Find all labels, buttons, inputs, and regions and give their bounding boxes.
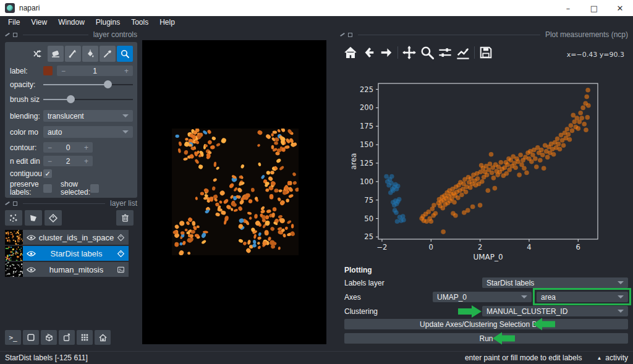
segmentation-image[interactable]	[172, 129, 299, 255]
layer-row-human-mitosis[interactable]: human_mitosis	[5, 262, 129, 277]
color-mode-dropdown[interactable]: auto	[43, 126, 133, 138]
svg-text:6: 6	[576, 243, 580, 252]
shuffle-colors-button[interactable]	[30, 46, 46, 62]
label-spinbox[interactable]: − 1 +	[57, 66, 133, 76]
home-icon	[344, 46, 357, 59]
viewer-canvas-area[interactable]	[142, 28, 334, 351]
blending-dropdown[interactable]: translucent	[43, 110, 133, 122]
show-selected-checkbox[interactable]	[90, 184, 99, 193]
contour-value: 0	[66, 143, 70, 152]
brush-size-label: brush siz	[10, 95, 43, 104]
menu-bar: File View Window Plugins Tools Help	[0, 16, 633, 28]
scatter-plot[interactable]: −20246255075100125150175200225UMAP_0area	[346, 71, 624, 275]
eye-visible-icon[interactable]	[27, 250, 36, 257]
home-reset-view-button[interactable]	[95, 330, 111, 345]
maximize-button[interactable]: □	[581, 0, 607, 16]
contour-spinbox[interactable]: − 0 +	[43, 142, 93, 153]
menu-plugins[interactable]: Plugins	[90, 18, 125, 27]
hide-dock-icon[interactable]	[348, 33, 352, 37]
minimize-button[interactable]: –	[555, 0, 581, 16]
paint-tool-button[interactable]	[65, 46, 81, 62]
clustering-value: MANUAL_CLUSTER_ID	[486, 307, 567, 316]
spin-minus-icon[interactable]: −	[61, 67, 66, 75]
mpl-save-button[interactable]	[478, 44, 494, 61]
mpl-forward-button[interactable]	[378, 44, 394, 61]
menu-help[interactable]: Help	[154, 18, 181, 27]
clustering-dropdown[interactable]: MANUAL_CLUSTER_ID	[482, 306, 628, 316]
grid-view-button[interactable]	[77, 330, 93, 345]
labels-layer-dropdown[interactable]: StarDist labels	[482, 277, 628, 288]
layer-name: cluster_ids_in_space	[36, 233, 117, 242]
close-button[interactable]: ✕	[607, 0, 633, 16]
new-labels-layer-button[interactable]	[45, 210, 62, 226]
layer-row-stardist-labels[interactable]: StarDist labels	[5, 246, 129, 261]
eye-visible-icon[interactable]	[27, 266, 36, 273]
paintbrush-icon	[68, 49, 78, 59]
opacity-label: opacity:	[10, 80, 43, 89]
hide-dock-icon[interactable]	[13, 201, 17, 206]
erase-tool-button[interactable]	[48, 46, 64, 62]
roll-dimensions-button[interactable]	[41, 330, 57, 345]
new-points-layer-button[interactable]	[5, 210, 22, 226]
hide-dock-icon[interactable]	[13, 33, 17, 37]
axes-x-dropdown[interactable]: UMAP_0	[433, 292, 532, 302]
window-controls: – □ ✕	[555, 0, 633, 16]
clustering-label: Clustering	[344, 307, 378, 316]
menu-view[interactable]: View	[25, 18, 53, 27]
mpl-customize-button[interactable]	[455, 44, 471, 61]
opacity-slider[interactable]	[43, 80, 133, 89]
n-edit-dim-spinbox[interactable]: − 2 +	[43, 156, 93, 166]
console-button[interactable]: >_	[5, 330, 21, 345]
mpl-zoom-button[interactable]	[419, 44, 435, 61]
menu-tools[interactable]: Tools	[125, 18, 154, 27]
mpl-pan-button[interactable]	[401, 44, 417, 61]
fill-tool-button[interactable]	[82, 46, 98, 62]
layer-controls-panel: label: − 1 + opacity: brush siz blending…	[5, 42, 137, 198]
run-button[interactable]: Run	[344, 333, 628, 344]
label-color-swatch[interactable]	[43, 66, 53, 75]
update-axes-clustering-button[interactable]: Update Axes/Clustering Selection Boxes	[344, 319, 628, 329]
activity-toggle[interactable]: activity	[605, 353, 628, 362]
layer-list-header: layer list	[5, 199, 137, 208]
mpl-subplots-button[interactable]	[437, 44, 453, 61]
svg-text:75: 75	[364, 196, 373, 205]
transpose-dimensions-button[interactable]	[59, 330, 75, 345]
layer-row-cluster-ids-in-space[interactable]: cluster_ids_in_space	[5, 230, 129, 245]
menu-window[interactable]: Window	[53, 18, 90, 27]
eye-visible-icon[interactable]	[27, 234, 36, 241]
sliders-icon	[438, 46, 452, 59]
float-dock-icon[interactable]	[340, 32, 345, 37]
axes-y-dropdown[interactable]: area	[537, 292, 628, 302]
ndisplay-toggle-button[interactable]	[23, 330, 39, 345]
spin-plus-icon[interactable]: +	[84, 157, 88, 166]
plot-measurements-dock: Plot measurements (ncp) x=−0.43 y=90.3 −…	[334, 28, 633, 351]
mpl-back-button[interactable]	[360, 44, 376, 61]
viewer-canvas[interactable]	[142, 40, 326, 344]
shuffle-icon	[33, 49, 43, 59]
menu-file[interactable]: File	[2, 18, 25, 27]
pick-tool-button[interactable]	[100, 46, 116, 62]
plot-dock-title: Plot measurements (ncp)	[545, 30, 628, 39]
float-dock-icon[interactable]	[5, 201, 10, 206]
zoom-pan-tool-button[interactable]	[117, 46, 133, 62]
spin-plus-icon[interactable]: +	[124, 67, 129, 75]
annotation-arrow-left-icon	[533, 318, 555, 331]
shapes-layer-icon	[28, 213, 38, 223]
float-dock-icon[interactable]	[5, 32, 10, 37]
preserve-labels-checkbox[interactable]	[43, 184, 52, 193]
contiguous-label: contiguou	[10, 169, 43, 178]
spin-plus-icon[interactable]: +	[84, 143, 88, 152]
layer-controls-header: layer controls	[5, 30, 137, 39]
viewer-buttons: >_	[5, 330, 113, 345]
save-floppy-icon	[479, 46, 493, 59]
svg-text:25: 25	[364, 232, 373, 241]
mpl-home-button[interactable]	[342, 44, 359, 61]
contiguous-checkbox[interactable]: ✓	[43, 169, 52, 178]
brush-size-slider[interactable]	[43, 95, 133, 104]
annotation-arrow-left-icon	[493, 332, 515, 345]
delete-layer-button[interactable]	[116, 210, 134, 226]
spin-minus-icon[interactable]: −	[48, 157, 52, 166]
spin-minus-icon[interactable]: −	[48, 143, 52, 152]
new-shapes-layer-button[interactable]	[25, 210, 42, 226]
layer-thumbnail	[5, 262, 23, 277]
